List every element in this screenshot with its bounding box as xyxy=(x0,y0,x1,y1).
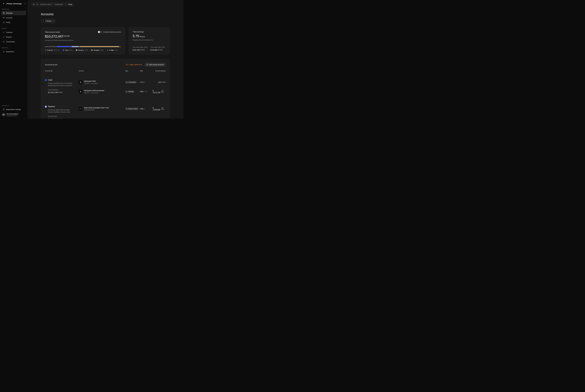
tier-total-value: $ 2,512,149 .99 AUD xyxy=(48,91,73,94)
total-card-subtitle: Includes all Primary and external accoun… xyxy=(45,40,121,41)
minus-circle-icon xyxy=(146,64,148,66)
card-title: Total account value xyxy=(45,31,60,33)
avatar: BB xyxy=(2,113,6,116)
legend-cash: Cash 20 % xyxy=(63,49,73,51)
toggle-switch[interactable] xyxy=(98,31,102,33)
theme-sun-icon[interactable] xyxy=(36,4,38,5)
sidebar-item-payouts[interactable]: Payouts xyxy=(2,35,26,39)
col-account: Account xyxy=(78,70,125,72)
tier-total-label: Current balance xyxy=(48,89,73,91)
sidebar-item-transactions[interactable]: Transactions xyxy=(2,40,26,44)
col-type: Type xyxy=(125,70,140,72)
account-detail: 182-001 · ∗∗∗ 6527 xyxy=(84,82,98,84)
account-balance: $ 0 .00 AUD xyxy=(153,81,166,83)
entity-crumb-label: Business entity xyxy=(40,4,50,5)
breadcrumb: Business entity Dashboards Policy xyxy=(31,2,74,6)
account-row-macquarie-cma[interactable]: Macquarie CMA 182-001 · ∗∗∗ 6527 Transac… xyxy=(78,79,166,86)
bank-icon xyxy=(126,108,128,110)
section-label-activity: Activity xyxy=(2,28,26,29)
section-label-preferences: Preferences xyxy=(2,105,26,106)
sidebar-item-policy[interactable]: Policy xyxy=(2,20,26,24)
sidebar-item-organisation-settings[interactable]: Organisation settings xyxy=(2,107,26,112)
col-account-tier: Account tier xyxy=(45,70,78,72)
legend-strategic: Strategic 54 % xyxy=(91,49,104,51)
sidebar-item-statements[interactable]: Statements xyxy=(2,49,26,54)
main-panel: Business entity Dashboards Policy Accoun… xyxy=(28,0,184,118)
view-closed-accounts-button[interactable]: View closed accounts xyxy=(144,63,166,66)
total-account-value: $10,272,447 .00 AUD xyxy=(45,34,121,38)
tier-total-label: Current value xyxy=(48,116,73,117)
tier-reserve-dot xyxy=(45,106,47,108)
sidebar-item-label: Transfers xyxy=(6,32,13,33)
type-badge-savings: Savings xyxy=(125,90,134,93)
legend-external: External 15 % xyxy=(45,49,60,51)
sidebar-item-label: Policy xyxy=(6,22,10,23)
pie-chart-icon xyxy=(3,12,5,14)
col-current-balance: Current balance xyxy=(153,70,166,72)
sidebar-item-label: Overview xyxy=(6,12,12,14)
chevron-updown-icon xyxy=(52,20,54,22)
section-label-reporting: Reporting xyxy=(2,47,26,48)
swatch-reserve xyxy=(76,50,77,51)
allocation-bar xyxy=(45,46,121,47)
account-row-macquarie-cma-accelerator[interactable]: Macquarie CMA Accelerator 182-001 · ∗∗∗ … xyxy=(78,88,166,95)
yield-last-month: Last month (Mar 2025) $ 42,763 .00 AUD xyxy=(133,46,148,51)
sidebar-item-overview[interactable]: Overview xyxy=(2,11,26,15)
account-name: Macquarie CMA xyxy=(84,80,98,82)
rate-value: 4.86 % xyxy=(140,108,153,110)
chevron-updown-icon xyxy=(24,3,26,4)
toggle-label: Exclude external accounts xyxy=(103,31,121,33)
policy-seal-icon xyxy=(3,22,5,24)
building-icon xyxy=(3,108,5,110)
legend-inflight: In-flight 1 % xyxy=(107,49,117,51)
info-icon[interactable] xyxy=(146,91,147,92)
total-account-value-card: Total account value Exclude external acc… xyxy=(41,27,125,54)
breadcrumb-current: Policy xyxy=(68,4,72,5)
user-menu[interactable]: BB Ben Buckingham ben@primary.tech xyxy=(0,112,28,117)
swatch-external xyxy=(45,50,46,51)
sidebar-item-accounts[interactable]: Accounts xyxy=(2,16,26,20)
org-name: Primary Technology xyxy=(6,3,22,4)
swatch-inflight xyxy=(107,50,108,51)
sidebar-item-label: Transactions xyxy=(6,41,15,42)
exclude-external-toggle[interactable]: Exclude external accounts xyxy=(98,31,121,33)
entity-crumb[interactable]: Business entity xyxy=(40,4,53,5)
wallet-icon xyxy=(3,17,5,19)
sidebar-toggle-icon[interactable] xyxy=(33,4,35,5)
entity-logo-icon xyxy=(42,20,45,22)
account-detail: AU60SST00035 xyxy=(84,109,109,111)
chevron-updown-icon xyxy=(51,4,53,5)
card-title: Accounts by tier xyxy=(45,64,58,66)
tier-cash: Cash Easily accessible funds for immedia… xyxy=(45,73,166,100)
entity-selector[interactable]: Primary xyxy=(41,19,55,23)
breadcrumb-dashboards[interactable]: Dashboards xyxy=(55,4,63,5)
tier-reserve: Reserve Preserving capital while ensurin… xyxy=(45,100,166,118)
org-switcher[interactable]: Primary Technology xyxy=(0,2,28,6)
yield-rate: 5.75 % p.a. xyxy=(133,34,166,38)
sidebar: Primary Technology Dashboards Overview A… xyxy=(0,0,28,118)
payout-arrow-icon xyxy=(3,36,5,38)
segment-inflight xyxy=(120,46,121,47)
tier-description: Preserving capital while ensuring financ… xyxy=(48,109,73,113)
yield-this-month: This month (Apr 2025) $ 16,494 .00 AUD xyxy=(148,46,166,51)
send-icon xyxy=(126,64,128,66)
card-icon xyxy=(126,82,128,83)
org-logo-icon xyxy=(2,2,6,6)
allocation-legend: External 15 % Cash 20 % Reserve xyxy=(45,49,121,51)
card-title: Yield earnings xyxy=(133,31,166,33)
type-badge-money-market: Money market xyxy=(125,108,139,110)
chart-up-icon xyxy=(126,91,128,92)
swatch-cash xyxy=(63,50,64,51)
segment-strategic xyxy=(79,46,119,47)
entity-selector-label: Primary xyxy=(46,20,51,22)
table-header: Account tier Account Type Rate Current b… xyxy=(45,70,166,73)
info-icon[interactable] xyxy=(58,49,60,51)
sidebar-item-label: Statements xyxy=(6,51,14,52)
sidebar-item-transfers[interactable]: Transfers xyxy=(2,30,26,34)
account-row-state-street[interactable]: STATE STREET State Street Australian Cas… xyxy=(78,106,166,112)
sidebar-item-label: Organisation settings xyxy=(6,108,21,110)
macquarie-logo xyxy=(78,80,82,84)
inflight-note[interactable]: In flight: $200k AUD xyxy=(126,64,142,66)
sidebar-item-label: Payouts xyxy=(6,36,12,38)
segment-external xyxy=(45,46,56,47)
